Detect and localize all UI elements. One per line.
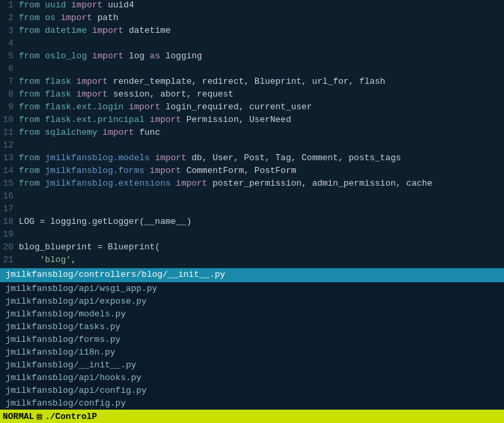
line-content: from flask.ext.login import login_requir… bbox=[19, 102, 504, 112]
code-line: 13from jmilkfansblog.models import db, U… bbox=[0, 153, 504, 166]
file-list-item[interactable]: jmilkfansblog/__init__.py bbox=[0, 359, 504, 371]
line-content: from oslo_log import log as logging bbox=[19, 51, 504, 61]
code-line: 19 bbox=[0, 229, 504, 242]
code-line: 8from flask import session, abort, reque… bbox=[0, 89, 504, 102]
line-content: from jmilkfansblog.forms import CommentF… bbox=[19, 166, 504, 176]
code-line: 7from flask import render_template, redi… bbox=[0, 76, 504, 89]
file-list-item[interactable]: jmilkfansblog/forms.py bbox=[0, 333, 504, 346]
line-number: 20 bbox=[0, 242, 19, 252]
line-number: 14 bbox=[0, 166, 19, 176]
active-file-label: jmilkfansblog/controllers/blog/__init__.… bbox=[5, 269, 225, 280]
code-line: 4 bbox=[0, 38, 504, 51]
line-content: from os import path bbox=[19, 13, 504, 23]
file-list-item[interactable]: jmilkfansblog/tasks.py bbox=[0, 320, 504, 333]
code-line: 5from oslo_log import log as logging bbox=[0, 51, 504, 64]
code-line: 2from os import path bbox=[0, 13, 504, 25]
line-content: from flask import render_template, redir… bbox=[19, 76, 504, 86]
status-bar: NORMAL ▤ ./ControlP bbox=[0, 410, 504, 423]
line-number: 7 bbox=[0, 76, 19, 86]
code-line: 18LOG = logging.getLogger(__name__) bbox=[0, 217, 504, 229]
code-line: 3from datetime import datetime bbox=[0, 25, 504, 38]
code-line: 12 bbox=[0, 140, 504, 153]
file-list: jmilkfansblog/api/wsgi_app.pyjmilkfansbl… bbox=[0, 281, 504, 410]
line-number: 12 bbox=[0, 140, 19, 150]
code-line: 17 bbox=[0, 204, 504, 217]
line-content: from flask.ext.principal import Permissi… bbox=[19, 115, 504, 125]
line-number: 6 bbox=[0, 64, 19, 74]
file-list-item[interactable]: jmilkfansblog/api/config.py bbox=[0, 384, 504, 397]
file-list-item[interactable]: jmilkfansblog/api/expose.py bbox=[0, 295, 504, 308]
code-line: 16 bbox=[0, 191, 504, 204]
line-number: 4 bbox=[0, 38, 19, 48]
code-line: 11from sqlalchemy import func bbox=[0, 127, 504, 140]
line-number: 13 bbox=[0, 153, 19, 163]
line-number: 11 bbox=[0, 127, 19, 137]
code-line: 21 'blog', bbox=[0, 255, 504, 267]
code-line: 15from jmilkfansblog.extensions import p… bbox=[0, 178, 504, 191]
line-number: 17 bbox=[0, 204, 19, 214]
code-line: 6 bbox=[0, 64, 504, 76]
status-separator: ▤ bbox=[37, 411, 42, 422]
line-content: blog_blueprint = Blueprint( bbox=[19, 242, 504, 252]
line-number: 3 bbox=[0, 25, 19, 36]
code-lines: 1from uuid import uuid42from os import p… bbox=[0, 0, 504, 268]
editor-area: 1from uuid import uuid42from os import p… bbox=[0, 0, 504, 268]
line-number: 2 bbox=[0, 13, 19, 23]
line-content: from jmilkfansblog.extensions import pos… bbox=[19, 178, 504, 188]
line-content: __name__, bbox=[19, 267, 504, 268]
line-number: 8 bbox=[0, 89, 19, 99]
code-line: 9from flask.ext.login import login_requi… bbox=[0, 102, 504, 115]
vim-mode: NORMAL bbox=[3, 412, 34, 422]
code-line: 20blog_blueprint = Blueprint( bbox=[0, 242, 504, 255]
line-content: from jmilkfansblog.models import db, Use… bbox=[19, 153, 504, 163]
status-file: ./ControlP bbox=[45, 412, 97, 422]
line-number: 10 bbox=[0, 115, 19, 125]
file-list-item[interactable]: jmilkfansblog/api/hooks.py bbox=[0, 371, 504, 384]
file-list-item[interactable]: jmilkfansblog/config.py bbox=[0, 397, 504, 410]
line-content: from datetime import datetime bbox=[19, 25, 504, 36]
file-list-item[interactable]: jmilkfansblog/models.py bbox=[0, 308, 504, 320]
active-file-bar: jmilkfansblog/controllers/blog/__init__.… bbox=[0, 268, 504, 281]
line-content: from uuid import uuid4 bbox=[19, 0, 504, 10]
line-number: 18 bbox=[0, 217, 19, 227]
line-number: 9 bbox=[0, 102, 19, 112]
code-line: 14from jmilkfansblog.forms import Commen… bbox=[0, 166, 504, 178]
line-number: 22 bbox=[0, 267, 19, 268]
line-number: 5 bbox=[0, 51, 19, 61]
line-content: 'blog', bbox=[19, 255, 504, 265]
line-number: 1 bbox=[0, 0, 19, 10]
file-list-item[interactable]: jmilkfansblog/i18n.py bbox=[0, 346, 504, 359]
line-number: 21 bbox=[0, 255, 19, 265]
code-line: 1from uuid import uuid4 bbox=[0, 0, 504, 13]
line-number: 19 bbox=[0, 229, 19, 239]
code-line: 10from flask.ext.principal import Permis… bbox=[0, 115, 504, 127]
code-line: 22 __name__, bbox=[0, 267, 504, 268]
line-content: from flask import session, abort, reques… bbox=[19, 89, 504, 99]
line-number: 15 bbox=[0, 178, 19, 188]
file-list-item[interactable]: jmilkfansblog/api/wsgi_app.py bbox=[0, 282, 504, 295]
line-number: 16 bbox=[0, 191, 19, 201]
line-content: LOG = logging.getLogger(__name__) bbox=[19, 217, 504, 227]
line-content: from sqlalchemy import func bbox=[19, 127, 504, 137]
